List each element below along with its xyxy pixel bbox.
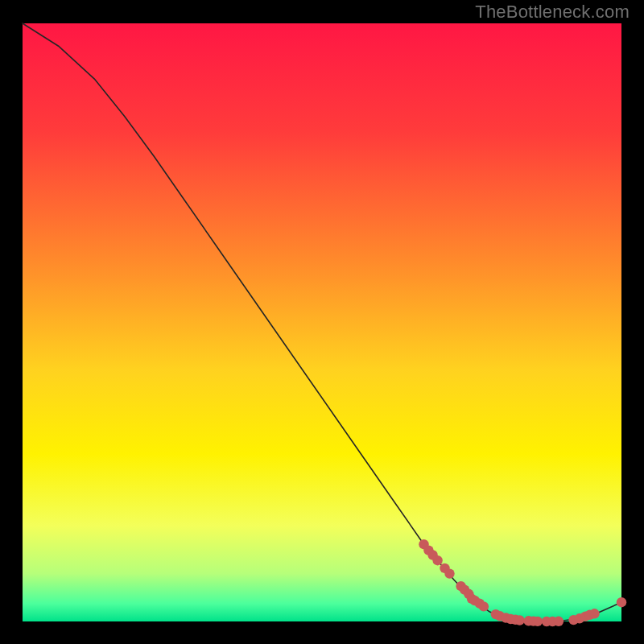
curve-marker [444, 568, 454, 578]
bottleneck-chart [0, 0, 644, 644]
plot-background [23, 23, 621, 621]
curve-marker [432, 555, 442, 565]
curve-marker [617, 597, 626, 607]
curve-marker [514, 615, 524, 625]
chart-frame: TheBottleneck.com [0, 0, 644, 644]
watermark-text: TheBottleneck.com [475, 2, 630, 23]
curve-marker [554, 617, 564, 626]
curve-marker [479, 601, 489, 611]
curve-marker [533, 617, 543, 626]
curve-marker [589, 609, 599, 618]
